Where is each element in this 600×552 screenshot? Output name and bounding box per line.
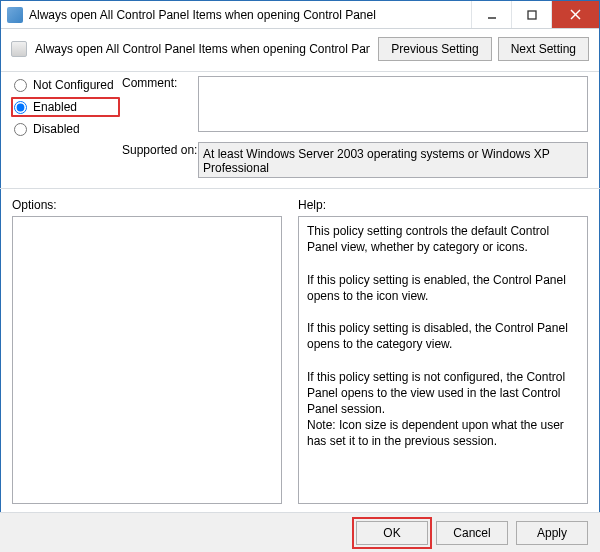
options-label: Options: xyxy=(12,198,57,212)
ok-button[interactable]: OK xyxy=(356,521,428,545)
next-setting-button[interactable]: Next Setting xyxy=(498,37,589,61)
policy-title: Always open All Control Panel Items when… xyxy=(35,42,370,56)
help-box: This policy setting controls the default… xyxy=(298,216,588,504)
title-bar: Always open All Control Panel Items when… xyxy=(1,1,599,29)
help-label: Help: xyxy=(298,198,326,212)
radio-not-configured-input[interactable] xyxy=(14,79,27,92)
radio-disabled[interactable]: Disabled xyxy=(14,122,114,136)
minimize-button[interactable] xyxy=(471,1,511,28)
radio-enabled[interactable]: Enabled xyxy=(11,97,120,117)
maximize-button[interactable] xyxy=(511,1,551,28)
state-radios: Not Configured Enabled Disabled xyxy=(14,78,114,136)
comment-textarea[interactable] xyxy=(198,76,588,132)
radio-not-configured-label: Not Configured xyxy=(33,78,114,92)
close-button[interactable] xyxy=(551,1,599,28)
supported-text: At least Windows Server 2003 operating s… xyxy=(198,142,588,178)
radio-disabled-input[interactable] xyxy=(14,123,27,136)
divider xyxy=(0,188,600,189)
app-icon xyxy=(7,7,23,23)
apply-button[interactable]: Apply xyxy=(516,521,588,545)
supported-label: Supported on: xyxy=(122,143,197,157)
previous-setting-button[interactable]: Previous Setting xyxy=(378,37,491,61)
comment-label: Comment: xyxy=(122,76,177,90)
svg-rect-1 xyxy=(528,11,536,19)
options-box[interactable] xyxy=(12,216,282,504)
radio-enabled-label: Enabled xyxy=(33,100,77,114)
policy-icon xyxy=(11,41,27,57)
radio-disabled-label: Disabled xyxy=(33,122,80,136)
policy-header: Always open All Control Panel Items when… xyxy=(1,29,599,72)
bottom-bar: OK Cancel Apply xyxy=(0,512,600,552)
cancel-button[interactable]: Cancel xyxy=(436,521,508,545)
radio-not-configured[interactable]: Not Configured xyxy=(14,78,114,92)
radio-enabled-input[interactable] xyxy=(14,101,27,114)
window-title: Always open All Control Panel Items when… xyxy=(29,1,471,29)
